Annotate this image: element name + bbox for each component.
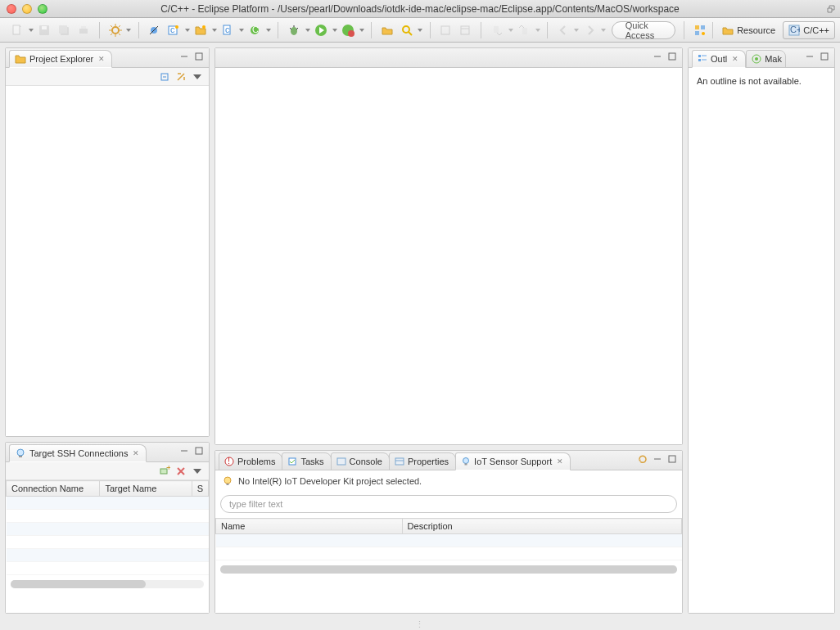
new-c-project-dropdown[interactable] — [184, 21, 190, 39]
close-window-button[interactable] — [7, 4, 16, 14]
new-button[interactable] — [8, 21, 26, 39]
svg-rect-54 — [395, 458, 404, 465]
search-button[interactable] — [398, 21, 416, 39]
filter-input[interactable] — [220, 495, 677, 513]
ssh-body[interactable]: Connection Name Target Name S — [6, 480, 209, 613]
table-row[interactable] — [7, 523, 209, 536]
close-icon[interactable]: ✕ — [98, 55, 105, 63]
maximize-view-button[interactable] — [666, 50, 679, 63]
tab-project-explorer[interactable]: Project Explorer ✕ — [9, 50, 112, 68]
search-dropdown[interactable] — [418, 21, 423, 39]
outline-body[interactable]: An outline is not available. — [689, 68, 834, 613]
remove-connection-button[interactable] — [174, 465, 187, 478]
svg-point-56 — [463, 458, 469, 464]
back-dropdown[interactable] — [574, 21, 580, 39]
debug-dropdown[interactable] — [305, 21, 310, 39]
perspective-ccpp[interactable]: C+ C/C++ — [783, 21, 835, 39]
iot-col-name[interactable]: Name — [216, 519, 403, 534]
run-dropdown[interactable] — [332, 21, 337, 39]
minimize-view-button[interactable] — [178, 444, 191, 457]
tab-problems[interactable]: ! Problems — [219, 452, 282, 470]
quick-access-field[interactable]: Quick Access — [612, 21, 675, 39]
tab-make-targets[interactable]: Mak — [746, 50, 786, 68]
add-connection-button[interactable]: + — [158, 465, 171, 478]
view-menu-button[interactable] — [191, 465, 204, 478]
profile-dropdown[interactable] — [359, 21, 364, 39]
open-type-button[interactable] — [378, 21, 396, 39]
perspective-resource[interactable]: Resource — [716, 21, 781, 39]
next-annotation-button[interactable] — [488, 21, 506, 39]
close-icon[interactable]: ✕ — [557, 457, 563, 466]
editor-body[interactable] — [215, 68, 682, 444]
table-row[interactable] — [7, 536, 209, 549]
project-explorer-body[interactable] — [6, 86, 209, 436]
minimize-view-button[interactable] — [803, 50, 816, 63]
view-menu-button[interactable] — [191, 70, 204, 83]
tab-console-label: Console — [350, 457, 382, 466]
toggle-block-button[interactable] — [436, 21, 454, 39]
bottom-sash[interactable]: ⋮ — [0, 619, 840, 630]
table-row[interactable] — [216, 534, 682, 547]
lightbulb-icon — [461, 457, 471, 466]
ssh-col-connection[interactable]: Connection Name — [7, 481, 100, 497]
table-row[interactable] — [216, 547, 682, 560]
build-button[interactable] — [106, 21, 124, 39]
new-folder-button[interactable] — [192, 21, 210, 39]
tab-ssh-connections[interactable]: Target SSH Connections ✕ — [9, 444, 147, 462]
back-button[interactable] — [554, 21, 572, 39]
build-dropdown[interactable] — [126, 21, 132, 39]
minimize-view-button[interactable] — [178, 50, 191, 63]
prev-annotation-button[interactable] — [515, 21, 533, 39]
tab-properties[interactable]: Properties — [389, 452, 456, 470]
new-folder-dropdown[interactable] — [211, 21, 217, 39]
forward-button[interactable] — [581, 21, 599, 39]
minimize-view-button[interactable] — [651, 452, 664, 466]
iot-col-description[interactable]: Description — [402, 519, 681, 534]
profile-button[interactable] — [339, 21, 357, 39]
horizontal-scrollbar[interactable] — [11, 580, 204, 588]
debug-button[interactable] — [285, 21, 303, 39]
table-row[interactable] — [7, 549, 209, 562]
new-c-project-button[interactable]: c — [165, 21, 183, 39]
new-class-dropdown[interactable] — [265, 21, 271, 39]
tab-outline[interactable]: Outl ✕ — [692, 50, 746, 68]
horizontal-scrollbar[interactable] — [220, 565, 677, 574]
skip-breakpoints-button[interactable] — [145, 21, 163, 39]
restore-icon[interactable] — [827, 5, 835, 13]
close-icon[interactable]: ✕ — [133, 449, 139, 457]
next-annotation-dropdown[interactable] — [508, 21, 513, 39]
ssh-col-status[interactable]: S — [192, 481, 208, 497]
table-row[interactable] — [7, 510, 209, 523]
prev-annotation-dropdown[interactable] — [535, 21, 540, 39]
toggle-mark-button[interactable] — [456, 21, 474, 39]
table-row[interactable] — [7, 562, 209, 575]
minimize-view-button[interactable] — [651, 50, 664, 63]
new-c-file-button[interactable]: c — [219, 21, 237, 39]
tab-iot-sensor-support[interactable]: IoT Sensor Support ✕ — [455, 452, 571, 470]
maximize-view-button[interactable] — [192, 50, 205, 63]
tab-tasks[interactable]: Tasks — [282, 452, 331, 470]
maximize-view-button[interactable] — [666, 452, 679, 466]
refresh-button[interactable] — [636, 452, 649, 466]
save-button[interactable] — [35, 21, 53, 39]
open-perspective-button[interactable] — [691, 21, 709, 39]
new-dropdown[interactable] — [28, 21, 34, 39]
table-row[interactable] — [7, 497, 209, 510]
close-icon[interactable]: ✕ — [732, 55, 738, 63]
tab-console[interactable]: Console — [331, 452, 390, 470]
print-button[interactable] — [75, 21, 93, 39]
new-class-button[interactable]: C — [246, 21, 264, 39]
new-c-file-dropdown[interactable] — [238, 21, 244, 39]
run-button[interactable] — [312, 21, 330, 39]
minimize-window-button[interactable] — [22, 4, 32, 14]
link-with-editor-button[interactable] — [174, 70, 187, 83]
maximize-view-button[interactable] — [192, 444, 205, 457]
mid-column: ! Problems Tasks Console Properties — [215, 47, 683, 614]
save-all-button[interactable] — [55, 21, 73, 39]
zoom-window-button[interactable] — [38, 4, 47, 14]
collapse-all-button[interactable] — [158, 70, 171, 83]
forward-dropdown[interactable] — [601, 21, 607, 39]
bottom-panel: ! Problems Tasks Console Properties — [215, 450, 683, 614]
ssh-col-target[interactable]: Target Name — [100, 481, 192, 497]
maximize-view-button[interactable] — [818, 50, 831, 63]
